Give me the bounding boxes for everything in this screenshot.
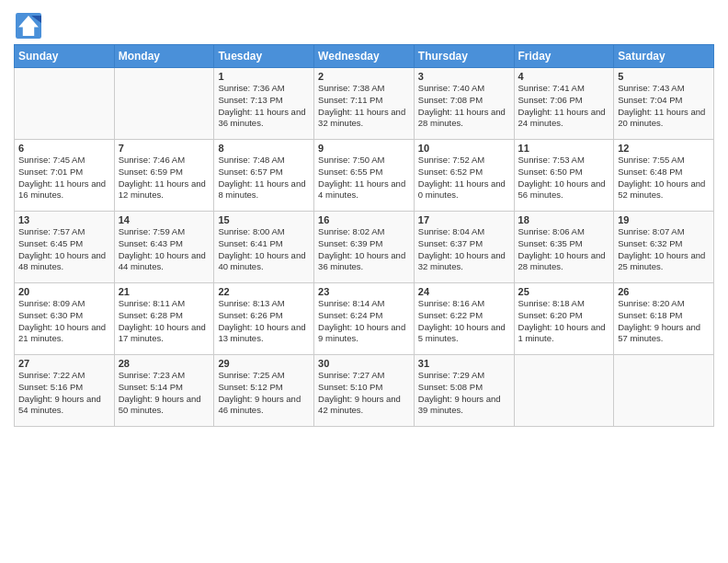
logo-icon xyxy=(16,13,41,39)
header-cell-thursday: Thursday xyxy=(414,45,514,68)
day-number: 2 xyxy=(318,71,410,82)
day-cell: 19Sunrise: 8:07 AMSunset: 6:32 PMDayligh… xyxy=(614,212,714,283)
day-number: 9 xyxy=(318,143,410,154)
day-info: Sunrise: 7:27 AMSunset: 5:10 PMDaylight:… xyxy=(318,370,410,417)
day-cell: 14Sunrise: 7:59 AMSunset: 6:43 PMDayligh… xyxy=(114,212,214,283)
header-cell-saturday: Saturday xyxy=(614,45,714,68)
day-cell: 26Sunrise: 8:20 AMSunset: 6:18 PMDayligh… xyxy=(614,283,714,355)
day-number: 26 xyxy=(618,286,710,297)
day-number: 6 xyxy=(18,143,110,154)
day-info: Sunrise: 7:57 AMSunset: 6:45 PMDaylight:… xyxy=(18,226,110,273)
week-row-2: 6Sunrise: 7:45 AMSunset: 7:01 PMDaylight… xyxy=(15,140,714,212)
day-info: Sunrise: 8:04 AMSunset: 6:37 PMDaylight:… xyxy=(418,226,510,273)
day-info: Sunrise: 7:40 AMSunset: 7:08 PMDaylight:… xyxy=(418,83,510,130)
day-info: Sunrise: 7:23 AMSunset: 5:14 PMDaylight:… xyxy=(119,370,210,417)
day-number: 15 xyxy=(218,214,310,225)
day-cell: 5Sunrise: 7:43 AMSunset: 7:04 PMDaylight… xyxy=(614,68,714,140)
day-number: 4 xyxy=(518,71,610,82)
day-info: Sunrise: 8:16 AMSunset: 6:22 PMDaylight:… xyxy=(418,298,510,345)
day-info: Sunrise: 7:43 AMSunset: 7:04 PMDaylight:… xyxy=(618,83,710,130)
day-info: Sunrise: 7:25 AMSunset: 5:12 PMDaylight:… xyxy=(218,370,310,417)
day-number: 20 xyxy=(18,286,110,297)
header-cell-sunday: Sunday xyxy=(15,45,115,68)
day-cell: 30Sunrise: 7:27 AMSunset: 5:10 PMDayligh… xyxy=(314,355,415,427)
day-cell: 28Sunrise: 7:23 AMSunset: 5:14 PMDayligh… xyxy=(114,355,214,427)
day-number: 12 xyxy=(618,143,710,154)
day-cell xyxy=(614,355,714,427)
header-row: SundayMondayTuesdayWednesdayThursdayFrid… xyxy=(15,45,714,68)
day-cell: 27Sunrise: 7:22 AMSunset: 5:16 PMDayligh… xyxy=(15,355,115,427)
header-cell-monday: Monday xyxy=(114,45,214,68)
day-info: Sunrise: 7:53 AMSunset: 6:50 PMDaylight:… xyxy=(518,155,610,201)
day-number: 17 xyxy=(418,214,510,225)
header-cell-friday: Friday xyxy=(514,45,614,68)
day-cell: 20Sunrise: 8:09 AMSunset: 6:30 PMDayligh… xyxy=(15,283,115,355)
day-info: Sunrise: 7:46 AMSunset: 6:59 PMDaylight:… xyxy=(119,155,210,201)
day-info: Sunrise: 8:18 AMSunset: 6:20 PMDaylight:… xyxy=(518,298,610,345)
day-info: Sunrise: 7:48 AMSunset: 6:57 PMDaylight:… xyxy=(218,155,310,201)
day-number: 25 xyxy=(518,286,610,297)
day-number: 31 xyxy=(418,358,510,369)
day-cell: 2Sunrise: 7:38 AMSunset: 7:11 PMDaylight… xyxy=(314,68,415,140)
day-info: Sunrise: 7:50 AMSunset: 6:55 PMDaylight:… xyxy=(318,155,410,201)
day-cell: 24Sunrise: 8:16 AMSunset: 6:22 PMDayligh… xyxy=(414,283,514,355)
day-info: Sunrise: 7:52 AMSunset: 6:52 PMDaylight:… xyxy=(418,155,510,201)
day-cell: 6Sunrise: 7:45 AMSunset: 7:01 PMDaylight… xyxy=(15,140,115,212)
day-info: Sunrise: 7:36 AMSunset: 7:13 PMDaylight:… xyxy=(218,83,310,130)
day-number: 23 xyxy=(318,286,410,297)
day-number: 10 xyxy=(418,143,510,154)
day-cell: 13Sunrise: 7:57 AMSunset: 6:45 PMDayligh… xyxy=(15,212,115,283)
day-info: Sunrise: 7:38 AMSunset: 7:11 PMDaylight:… xyxy=(318,83,410,130)
day-cell: 31Sunrise: 7:29 AMSunset: 5:08 PMDayligh… xyxy=(414,355,514,427)
day-number: 27 xyxy=(18,358,110,369)
calendar-header: SundayMondayTuesdayWednesdayThursdayFrid… xyxy=(15,45,714,68)
day-cell: 4Sunrise: 7:41 AMSunset: 7:06 PMDaylight… xyxy=(514,68,614,140)
day-number: 21 xyxy=(119,286,210,297)
day-cell: 8Sunrise: 7:48 AMSunset: 6:57 PMDaylight… xyxy=(214,140,314,212)
day-cell: 23Sunrise: 8:14 AMSunset: 6:24 PMDayligh… xyxy=(314,283,415,355)
logo xyxy=(14,13,45,39)
day-info: Sunrise: 8:20 AMSunset: 6:18 PMDaylight:… xyxy=(618,298,710,345)
day-number: 16 xyxy=(318,214,410,225)
day-number: 3 xyxy=(418,71,510,82)
header-cell-tuesday: Tuesday xyxy=(214,45,314,68)
day-number: 7 xyxy=(119,143,210,154)
day-info: Sunrise: 8:00 AMSunset: 6:41 PMDaylight:… xyxy=(218,226,310,273)
day-cell xyxy=(15,68,115,140)
day-info: Sunrise: 7:41 AMSunset: 7:06 PMDaylight:… xyxy=(518,83,610,130)
day-number: 29 xyxy=(218,358,310,369)
day-cell: 11Sunrise: 7:53 AMSunset: 6:50 PMDayligh… xyxy=(514,140,614,212)
day-number: 28 xyxy=(119,358,210,369)
day-info: Sunrise: 8:09 AMSunset: 6:30 PMDaylight:… xyxy=(18,298,110,345)
day-cell: 17Sunrise: 8:04 AMSunset: 6:37 PMDayligh… xyxy=(414,212,514,283)
day-cell: 7Sunrise: 7:46 AMSunset: 6:59 PMDaylight… xyxy=(114,140,214,212)
day-number: 30 xyxy=(318,358,410,369)
day-number: 13 xyxy=(18,214,110,225)
day-info: Sunrise: 8:02 AMSunset: 6:39 PMDaylight:… xyxy=(318,226,410,273)
day-info: Sunrise: 7:55 AMSunset: 6:48 PMDaylight:… xyxy=(618,155,710,201)
day-cell xyxy=(514,355,614,427)
day-cell: 3Sunrise: 7:40 AMSunset: 7:08 PMDaylight… xyxy=(414,68,514,140)
day-cell: 29Sunrise: 7:25 AMSunset: 5:12 PMDayligh… xyxy=(214,355,314,427)
day-number: 5 xyxy=(618,71,710,82)
day-cell: 21Sunrise: 8:11 AMSunset: 6:28 PMDayligh… xyxy=(114,283,214,355)
day-number: 22 xyxy=(218,286,310,297)
day-number: 18 xyxy=(518,214,610,225)
day-cell: 9Sunrise: 7:50 AMSunset: 6:55 PMDaylight… xyxy=(314,140,415,212)
day-info: Sunrise: 7:45 AMSunset: 7:01 PMDaylight:… xyxy=(18,155,110,201)
week-row-1: 1Sunrise: 7:36 AMSunset: 7:13 PMDaylight… xyxy=(15,68,714,140)
day-info: Sunrise: 8:13 AMSunset: 6:26 PMDaylight:… xyxy=(218,298,310,345)
day-number: 14 xyxy=(119,214,210,225)
day-number: 1 xyxy=(218,71,310,82)
day-cell xyxy=(114,68,214,140)
day-cell: 15Sunrise: 8:00 AMSunset: 6:41 PMDayligh… xyxy=(214,212,314,283)
day-cell: 18Sunrise: 8:06 AMSunset: 6:35 PMDayligh… xyxy=(514,212,614,283)
calendar-body: 1Sunrise: 7:36 AMSunset: 7:13 PMDaylight… xyxy=(15,68,714,427)
day-info: Sunrise: 7:29 AMSunset: 5:08 PMDaylight:… xyxy=(418,370,510,417)
day-number: 19 xyxy=(618,214,710,225)
day-cell: 16Sunrise: 8:02 AMSunset: 6:39 PMDayligh… xyxy=(314,212,415,283)
day-cell: 10Sunrise: 7:52 AMSunset: 6:52 PMDayligh… xyxy=(414,140,514,212)
day-info: Sunrise: 7:59 AMSunset: 6:43 PMDaylight:… xyxy=(119,226,210,273)
day-info: Sunrise: 8:06 AMSunset: 6:35 PMDaylight:… xyxy=(518,226,610,273)
day-info: Sunrise: 8:11 AMSunset: 6:28 PMDaylight:… xyxy=(119,298,210,345)
